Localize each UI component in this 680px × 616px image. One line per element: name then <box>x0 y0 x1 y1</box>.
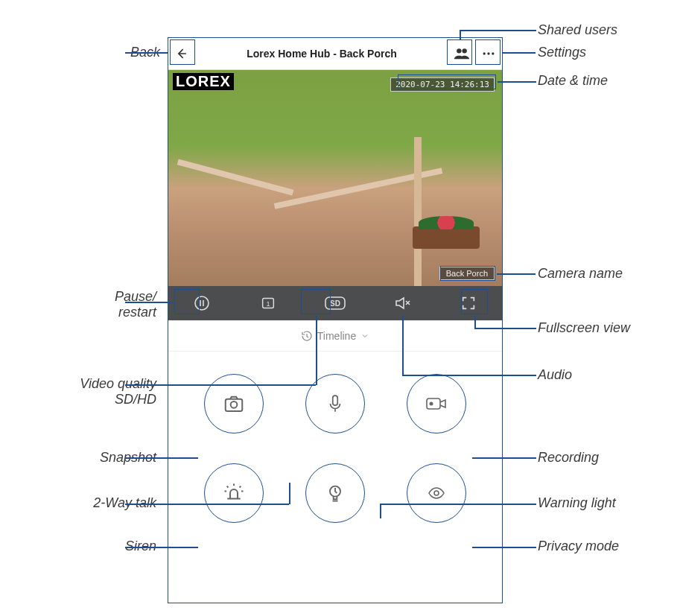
callout-line <box>460 30 461 39</box>
svg-point-2 <box>483 52 486 54</box>
callout-line <box>125 302 173 303</box>
callout-line <box>460 30 536 31</box>
audio-mute-button[interactable] <box>391 292 413 314</box>
callout-line <box>402 316 404 375</box>
callout-camera-name: Camera name <box>538 266 623 282</box>
callout-line <box>502 52 536 54</box>
svg-point-3 <box>487 52 489 54</box>
split-view-button[interactable]: 1 <box>257 292 279 314</box>
bulb-icon <box>325 482 346 504</box>
app-frame: Lorex Home Hub - Back Porch LOREX 2020-0… <box>168 37 503 603</box>
svg-point-0 <box>457 48 461 53</box>
svg-rect-12 <box>427 399 440 409</box>
callout-datetime: Date & time <box>538 73 608 89</box>
eye-icon <box>425 484 448 502</box>
privacy-mode-button[interactable] <box>407 463 466 523</box>
settings-button[interactable] <box>475 40 502 67</box>
callout-line <box>380 504 536 505</box>
scene-decor <box>414 137 422 286</box>
callout-line <box>125 52 168 54</box>
app-header: Lorex Home Hub - Back Porch <box>168 38 502 70</box>
pause-button[interactable] <box>191 292 213 314</box>
quality-label: SD <box>330 299 340 308</box>
callout-audio: Audio <box>538 367 572 383</box>
svg-point-13 <box>430 402 433 406</box>
two-way-talk-button[interactable] <box>305 374 365 434</box>
chevron-down-icon <box>360 331 369 340</box>
video-controls-bar: 1 SD <box>168 286 502 320</box>
callout-line <box>289 483 290 504</box>
svg-point-15 <box>434 491 439 495</box>
callout-line <box>316 316 317 385</box>
timeline-label: Timeline <box>317 330 356 342</box>
video-icon <box>425 394 448 413</box>
warning-light-button[interactable] <box>305 463 365 523</box>
svg-text:1: 1 <box>267 300 270 308</box>
callout-settings: Settings <box>538 45 586 60</box>
callout-line <box>380 504 381 518</box>
fullscreen-button[interactable] <box>457 292 480 314</box>
callout-line <box>497 273 536 275</box>
callout-line <box>474 316 476 328</box>
snapshot-button[interactable] <box>204 374 264 434</box>
callout-line <box>125 504 289 505</box>
callout-line <box>402 375 536 376</box>
camera-name-badge: Back Porch <box>439 267 495 280</box>
svg-point-1 <box>462 48 466 53</box>
page-title: Lorex Home Hub - Back Porch <box>195 48 448 60</box>
callout-fullscreen: Fullscreen view <box>538 320 630 336</box>
scene-decor <box>413 226 480 249</box>
callout-privacy: Privacy mode <box>538 539 619 554</box>
video-feed[interactable]: LOREX 2020-07-23 14:26:13 Back Porch <box>168 70 502 286</box>
datetime-badge: 2020-07-23 14:26:13 <box>390 77 495 92</box>
brand-logo: LOREX <box>173 73 234 90</box>
siren-icon <box>223 482 245 504</box>
camera-icon <box>223 393 245 415</box>
recording-button[interactable] <box>407 374 466 434</box>
svg-point-4 <box>492 52 494 54</box>
back-button[interactable] <box>168 40 195 67</box>
callout-shared-users: Shared users <box>538 22 617 38</box>
callout-line <box>498 81 536 83</box>
svg-point-10 <box>231 401 238 408</box>
callout-line <box>125 457 198 459</box>
microphone-icon <box>325 393 345 415</box>
svg-point-5 <box>195 296 209 310</box>
callout-line <box>125 547 198 548</box>
callout-line <box>125 384 316 386</box>
video-quality-button[interactable]: SD <box>324 292 346 314</box>
callout-line <box>472 457 536 459</box>
callout-line <box>472 547 536 548</box>
timeline-toggle[interactable]: Timeline <box>168 320 502 352</box>
siren-button[interactable] <box>204 463 264 523</box>
callout-line <box>474 328 536 329</box>
shared-users-button[interactable] <box>448 40 475 67</box>
svg-rect-11 <box>333 396 338 405</box>
callout-recording: Recording <box>538 450 599 466</box>
callout-warning-light: Warning light <box>538 495 616 511</box>
callout-pause: Pause/ restart <box>82 289 156 320</box>
scene-decor <box>177 159 294 195</box>
history-icon <box>301 330 313 342</box>
callout-quality: Video quality SD/HD <box>71 376 156 407</box>
